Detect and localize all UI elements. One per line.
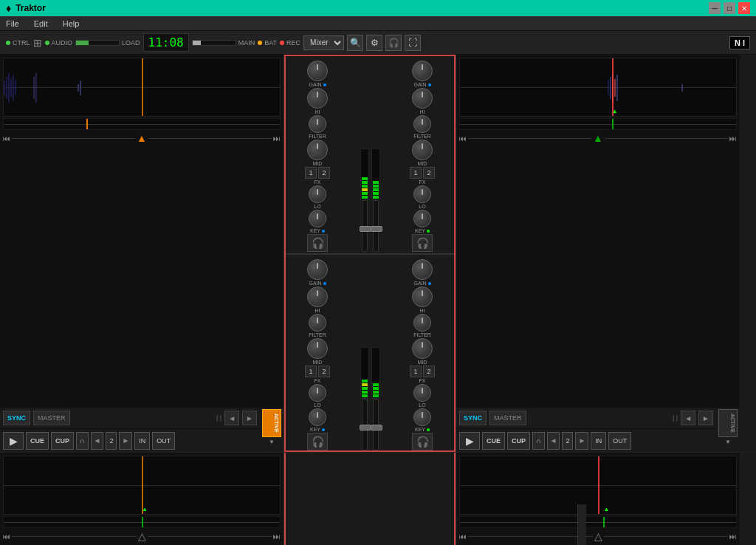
mixer-bottom: GAIN HI FILTER MID 1 2 FX LO KEY [286,255,454,452]
mixer-b-lo-knob[interactable] [413,185,431,203]
mixer-c-fx2-button[interactable]: 2 [318,366,330,377]
mixer-a-filter-knob[interactable] [309,115,326,133]
deck-a-cue-button[interactable]: CUE [26,432,49,450]
browser-scrollbar[interactable] [577,504,586,545]
mixer-c-filter-knob[interactable] [309,314,326,332]
mixer-b-hi-knob[interactable] [412,88,433,109]
mixer-a-lo-knob[interactable] [309,185,326,203]
mixer-d-fx2-button[interactable]: 2 [423,366,435,377]
mixer-c-fx1-button[interactable]: 1 [305,366,317,377]
deck-b-arrow-left[interactable]: ◄ [681,411,695,425]
deck-b-tempo-reset[interactable]: ∩ [532,432,544,450]
mixer-d-lo-knob[interactable] [413,384,431,402]
deck-a-loop-next[interactable]: ► [119,432,132,450]
mixer-c-key-knob[interactable] [309,408,326,426]
mixer-b-headphone-button[interactable]: 🎧 [412,234,433,252]
deck-b-pos-end[interactable]: ⏭ [729,134,737,143]
vu-bar-6 [362,177,368,180]
mixer-b-fx2-button[interactable]: 2 [423,167,435,179]
deck-a-play-button[interactable]: ▶ [3,432,24,450]
deck-a-cup-button[interactable]: CUP [51,432,74,450]
deck-b-active-button[interactable]: ACTIVE [718,409,738,437]
mixer-d-gain-knob[interactable] [412,259,433,280]
headphone-toolbar-button[interactable]: 🎧 [385,35,402,51]
menu-help[interactable]: Help [60,19,83,28]
deck-d-pos-end[interactable]: ⏭ [729,532,737,541]
deck-a-arrow-right[interactable]: ► [242,411,257,425]
deck-d-pos-start[interactable]: ⏮ [459,532,467,541]
mixer-b-gain-knob[interactable] [412,61,433,81]
mixer-a-gain-knob[interactable] [307,61,328,81]
mixer-b-fader-handle[interactable] [371,226,382,232]
menu-edit[interactable]: Edit [31,19,51,28]
deck-a-loop-num[interactable]: 2 [106,432,117,450]
deck-b-play-button[interactable]: ▶ [459,432,480,450]
mixer-b-fx1-button[interactable]: 1 [410,167,422,179]
settings-button[interactable]: ⚙ [366,35,382,51]
mixer-c-lo-knob[interactable] [309,384,326,402]
deck-b-arrow-right[interactable]: ► [698,411,713,425]
deck-a-loop-prev[interactable]: ◄ [91,432,104,450]
mixer-a-headphone-button[interactable]: 🎧 [307,234,328,252]
deck-b-in-button[interactable]: IN [591,432,606,450]
svg-rect-5 [15,80,16,95]
deck-b-loop-num[interactable]: 2 [562,432,573,450]
deck-a-active-arrow[interactable]: ▼ [269,439,275,445]
deck-b-loop-prev[interactable]: ◄ [547,432,560,450]
maximize-button[interactable]: □ [724,2,735,14]
mixer-a-fx2-button[interactable]: 2 [318,167,330,179]
mixer-a-fx1-button[interactable]: 1 [305,167,317,179]
fullscreen-button[interactable]: ⛶ [405,35,421,51]
mixer-a-fader-handle[interactable] [360,226,371,232]
deck-a-sync-button[interactable]: SYNC [3,411,30,425]
deck-a-tempo-reset[interactable]: ∩ [76,432,88,450]
deck-a-out-button[interactable]: OUT [152,432,175,450]
mixer-a-hi-knob[interactable] [307,88,328,109]
mixer-c-mid-label: MID [313,360,323,365]
deck-b-loop-next[interactable]: ► [575,432,588,450]
mixer-c-hi-knob[interactable] [307,287,328,307]
deck-c-pos-end[interactable]: ⏭ [273,532,281,541]
mixer-b-key-knob[interactable] [413,210,431,227]
mixer-b-filter-knob[interactable] [413,115,431,133]
mixer-d-headphone-button[interactable]: 🎧 [412,433,433,450]
minimize-button[interactable]: ─ [709,2,721,14]
menu-file[interactable]: File [3,19,22,28]
mixer-d-mid-label: MID [418,360,427,365]
deck-b-active-arrow[interactable]: ▼ [725,439,731,445]
vu-bar-b3 [373,188,379,191]
deck-b-cue-button[interactable]: CUE [482,432,505,450]
deck-b-cup-button[interactable]: CUP [507,432,530,450]
close-button[interactable]: ✕ [738,2,750,14]
mixer-d-mid-knob[interactable] [412,338,433,359]
deck-b-pos-start[interactable]: ⏮ [459,134,467,143]
mixer-a-key-knob[interactable] [309,210,326,227]
deck-a-in-button[interactable]: IN [134,432,150,450]
deck-a-active-button[interactable]: ACTIVE [262,409,281,437]
mixer-c-fader-handle[interactable] [360,425,371,431]
mixer-d-hi-knob[interactable] [412,287,433,307]
mixer-c-mid-knob[interactable] [307,338,328,359]
mixer-c-gain-knob[interactable] [307,259,328,280]
search-toolbar-button[interactable]: 🔍 [347,35,363,51]
deck-b-sync-button[interactable]: SYNC [459,411,487,425]
mixer-b-mid-knob[interactable] [412,140,433,160]
deck-b-out-button[interactable]: OUT [608,432,631,450]
deck-b-master-button[interactable]: MASTER [489,411,526,425]
deck-a-pos-start[interactable]: ⏮ [3,134,10,143]
mixer-a-mid-knob[interactable] [307,140,328,160]
deck-a-arrow-left[interactable]: ◄ [224,411,239,425]
mixer-select[interactable]: Mixer [303,35,344,50]
mixer-c-headphone-button[interactable]: 🎧 [307,433,328,450]
deck-a-pos-end[interactable]: ⏭ [273,134,281,143]
mixer-a-key-dot [322,230,325,233]
vu-bar-3 [362,188,368,191]
mixer-c-fader-track [362,399,368,450]
mixer-d-filter-knob[interactable] [413,314,431,332]
mixer-c-fx-row: 1 2 [305,366,330,377]
deck-c-pos-start[interactable]: ⏮ [3,532,10,541]
mixer-d-fader-handle[interactable] [371,425,382,431]
deck-a-master-button[interactable]: MASTER [33,411,70,425]
mixer-d-key-knob[interactable] [413,408,431,426]
mixer-d-fx1-button[interactable]: 1 [410,366,422,377]
